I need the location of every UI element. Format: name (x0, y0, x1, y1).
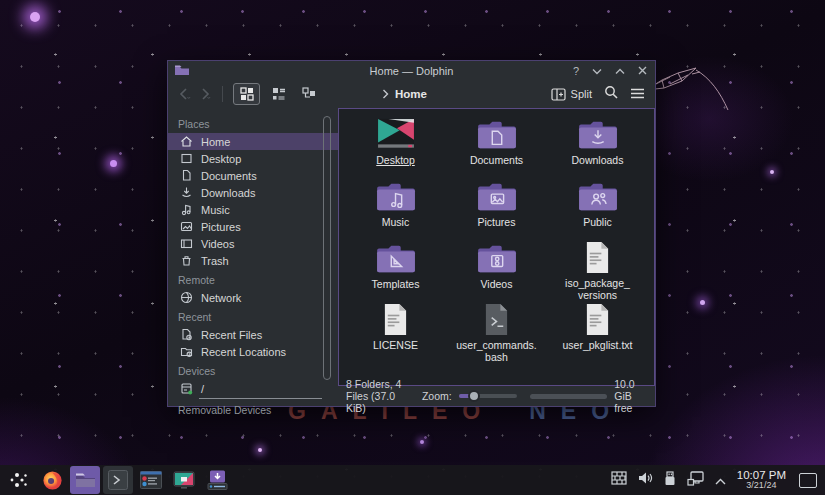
digital-clock[interactable]: 10:07 PM 3/21/24 (737, 469, 786, 491)
text-file-icon (382, 303, 409, 336)
usb-stick-icon (664, 471, 676, 486)
file-user-pkglist[interactable]: user_pkglist.txt (547, 303, 648, 365)
menu-button[interactable] (630, 85, 645, 103)
app-launcher-button[interactable] (4, 466, 34, 494)
firewall-tray-button[interactable] (611, 471, 627, 489)
desktop-preview-thumbnail (377, 117, 415, 151)
home-icon (180, 135, 193, 148)
clock-date: 3/21/24 (746, 481, 776, 490)
star (258, 448, 262, 452)
nebula-glow (110, 160, 117, 167)
file-license[interactable]: LICENSE (345, 303, 446, 365)
sidebar-item-recent-locations[interactable]: Recent Locations (168, 343, 338, 360)
display-app-icon (173, 471, 195, 490)
system-assistant-task[interactable] (136, 466, 166, 494)
network-tray-button[interactable] (687, 471, 704, 490)
forward-button[interactable] (198, 87, 212, 101)
file-pictures[interactable]: Pictures (446, 179, 547, 241)
firefox-task[interactable] (37, 466, 67, 494)
sidebar-item-label: Home (201, 136, 230, 148)
file-user-commands-bash[interactable]: user_commands.bash (446, 303, 547, 365)
sidebar-item-label: Music (201, 204, 230, 216)
chevron-up-icon (615, 68, 625, 75)
hard-drive-icon (180, 382, 193, 395)
breadcrumb-home[interactable]: Home (395, 88, 427, 100)
file-music[interactable]: Music (345, 179, 446, 241)
tray-expander-button[interactable] (715, 471, 726, 489)
maximize-button[interactable] (615, 65, 625, 77)
sidebar-item-network[interactable]: Network (168, 289, 338, 306)
breadcrumb[interactable]: Home (382, 88, 427, 100)
sidebar-item-label: Network (201, 292, 241, 304)
downloader-task[interactable] (202, 466, 232, 494)
section-header-devices: Devices (168, 362, 338, 380)
titlebar[interactable]: Home — Dolphin ? (168, 61, 655, 80)
trash-icon (180, 254, 193, 267)
file-label: iso_package_ (565, 277, 630, 289)
folder-public-icon (577, 179, 619, 213)
file-documents[interactable]: Documents (446, 117, 547, 179)
sidebar-item-pictures[interactable]: Pictures (168, 218, 338, 235)
back-button[interactable] (178, 87, 192, 101)
show-desktop-button[interactable] (799, 473, 817, 488)
sidebar-item-label: Videos (201, 238, 234, 250)
sidebar-item-videos[interactable]: Videos (168, 235, 338, 252)
speaker-icon (638, 471, 653, 485)
sidebar-item-home[interactable]: Home (168, 133, 338, 150)
sidebar-scrollbar[interactable] (323, 116, 331, 380)
desktop-icon (180, 152, 193, 165)
breadcrumb-chevron-icon (382, 89, 389, 99)
file-templates[interactable]: Templates (345, 241, 446, 303)
places-panel: Places Home Desktop Documents Downloads (168, 108, 338, 406)
file-iso-package-versions[interactable]: iso_package_versions (547, 241, 648, 303)
usb-device-tray-button[interactable] (664, 471, 676, 490)
document-icon (180, 169, 193, 182)
sidebar-item-music[interactable]: Music (168, 201, 338, 218)
sidebar-item-desktop[interactable]: Desktop (168, 150, 338, 167)
sidebar-item-label: Documents (201, 170, 257, 182)
star (420, 440, 424, 444)
file-label: Templates (372, 278, 420, 290)
dolphin-window: Home — Dolphin ? (167, 60, 656, 407)
taskbar: 10:07 PM 3/21/24 (0, 465, 825, 495)
text-file-icon (584, 303, 611, 336)
icons-view-button[interactable] (233, 83, 260, 105)
sidebar-item-documents[interactable]: Documents (168, 167, 338, 184)
file-label: Public (583, 216, 612, 228)
volume-tray-button[interactable] (638, 471, 653, 489)
file-desktop[interactable]: Desktop (345, 117, 446, 179)
dolphin-task[interactable] (70, 466, 100, 494)
shade-button[interactable] (592, 65, 602, 77)
section-header-places: Places (168, 115, 338, 133)
close-button[interactable] (638, 65, 647, 77)
statusbar: 8 Folders, 4 Files (37.0 KiB) Zoom: 10.0… (338, 386, 655, 406)
sidebar-item-root-device[interactable]: / (168, 380, 338, 397)
folder-view[interactable]: Desktop Documents (338, 108, 655, 386)
system-tray: 10:07 PM 3/21/24 (611, 469, 825, 491)
folder-pictures-icon (476, 179, 518, 213)
display-app-task[interactable] (169, 466, 199, 494)
tree-view-button[interactable] (297, 84, 322, 104)
sidebar-item-trash[interactable]: Trash (168, 252, 338, 269)
file-label: Desktop (376, 154, 415, 166)
split-button[interactable]: Split (551, 88, 592, 101)
file-downloads[interactable]: Downloads (547, 117, 648, 179)
file-public[interactable]: Public (547, 179, 648, 241)
section-header-recent: Recent (168, 308, 338, 326)
details-view-icon (272, 87, 286, 101)
dolphin-folder-icon (76, 473, 95, 488)
root-device-usage-bar (199, 398, 322, 399)
sidebar-item-label: Desktop (201, 153, 241, 165)
close-icon (638, 66, 647, 75)
details-view-button[interactable] (266, 84, 291, 104)
script-file-icon (483, 303, 510, 336)
zoom-slider-knob[interactable] (468, 390, 480, 402)
sidebar-item-recent-files[interactable]: Recent Files (168, 326, 338, 343)
section-header-remote: Remote (168, 271, 338, 289)
sidebar-item-downloads[interactable]: Downloads (168, 184, 338, 201)
file-videos[interactable]: Videos (446, 241, 547, 303)
search-button[interactable] (604, 85, 618, 103)
help-button[interactable]: ? (573, 65, 579, 77)
konsole-task[interactable] (103, 466, 133, 494)
zoom-slider[interactable] (459, 394, 517, 398)
